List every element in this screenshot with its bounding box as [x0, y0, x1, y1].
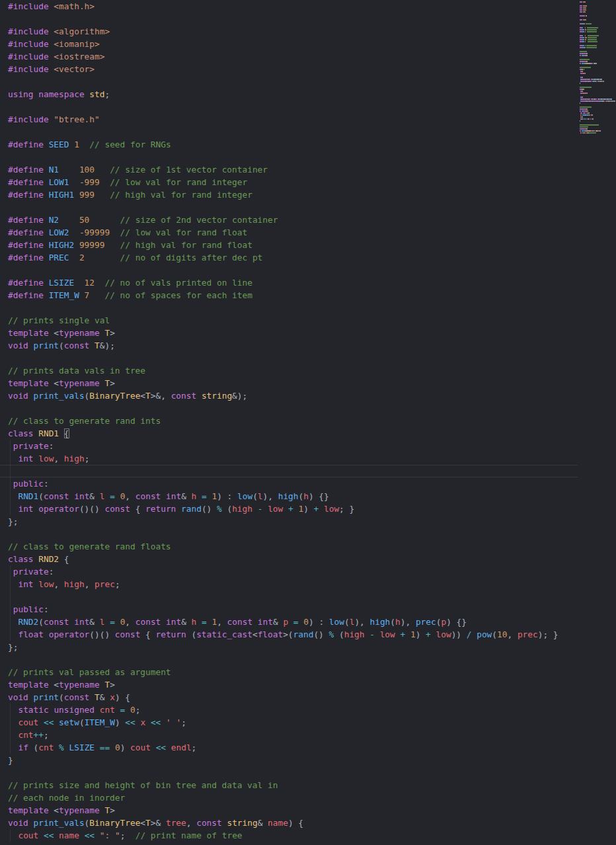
code-token: &); [100, 341, 115, 350]
code-token: static_cast [196, 629, 252, 639]
code-line[interactable] [8, 302, 578, 314]
code-line[interactable]: #define LSIZE 12 // no of vals printed o… [8, 276, 578, 289]
minimap-line [580, 77, 615, 78]
code-line[interactable] [8, 264, 578, 276]
code-line[interactable] [8, 465, 578, 477]
code-line[interactable] [8, 101, 578, 113]
code-token: const [44, 617, 69, 627]
code-line[interactable]: #define SEED 1 // seed for RNGs [8, 138, 578, 151]
code-line[interactable]: cout << name << ": "; // print name of t… [8, 829, 578, 842]
code-line[interactable]: #define HIGH2 99999 // high val for rand… [8, 239, 578, 251]
code-line[interactable]: class RND2 { [8, 553, 578, 565]
code-token [89, 692, 95, 702]
code-line[interactable] [8, 13, 578, 25]
code-line[interactable]: void print_vals(BinaryTree<T>& tree, con… [8, 817, 578, 829]
code-line[interactable] [8, 402, 578, 415]
code-token [79, 830, 85, 840]
code-line[interactable]: cnt++; [8, 729, 578, 741]
code-line[interactable]: template <typename T> [8, 678, 578, 691]
code-token [115, 491, 120, 501]
code-line[interactable]: #define LOW2 -99999 // low val for rand … [8, 226, 578, 239]
code-line[interactable]: private: [8, 440, 578, 452]
minimap-line [580, 35, 615, 36]
code-line[interactable]: template <typename T> [8, 804, 578, 817]
code-line[interactable]: #include <math.h> [8, 0, 578, 13]
code-token [8, 479, 13, 489]
code-lines: #include <math.h>#include <algorithm>#in… [8, 0, 578, 842]
code-line[interactable] [8, 352, 578, 364]
code-token: ( [334, 629, 344, 639]
code-line[interactable]: template <typename T> [8, 327, 578, 339]
code-line[interactable]: #define N2 50 // size of 2nd vector cont… [8, 214, 578, 226]
code-line[interactable]: RND2(const int& l = 0, const int& h = 1,… [8, 616, 578, 628]
code-token: RND2 [38, 554, 59, 564]
code-line[interactable]: int low, high; [8, 452, 578, 465]
code-line[interactable]: private: [8, 565, 578, 578]
code-line[interactable]: using namespace std; [8, 88, 578, 101]
code-line[interactable]: #include <iostream> [8, 50, 578, 63]
code-line[interactable]: } [8, 754, 578, 766]
code-line[interactable]: // class to generate rand floats [8, 540, 578, 553]
code-line[interactable]: cout << setw(ITEM_W) << x << ' '; [8, 716, 578, 729]
code-line[interactable]: #define HIGH1 999 // high val for rand i… [8, 188, 578, 201]
code-token: const [227, 617, 253, 627]
code-line[interactable]: public: [8, 603, 578, 616]
minimap-line [580, 41, 615, 42]
code-line[interactable]: int low, high, prec; [8, 578, 578, 590]
code-token: ; } [339, 504, 354, 514]
code-token [8, 604, 13, 614]
code-line[interactable]: void print_vals(BinaryTree<T>&, const st… [8, 389, 578, 402]
code-line[interactable]: }; [8, 641, 578, 653]
code-token: & [100, 692, 110, 702]
code-token: typename [59, 805, 100, 815]
code-token: endl [171, 743, 192, 752]
code-line[interactable] [8, 126, 578, 138]
code-line[interactable]: // prints single val [8, 314, 578, 327]
code-token: 50 [79, 215, 89, 225]
code-line[interactable]: #include <algorithm> [8, 25, 578, 38]
code-line[interactable]: #define ITEM_W 7 // no of spaces for eac… [8, 289, 578, 302]
code-line[interactable]: #include "btree.h" [8, 113, 578, 126]
code-line[interactable]: #include <iomanip> [8, 38, 578, 50]
code-token: T [95, 341, 100, 350]
code-line[interactable] [8, 201, 578, 214]
code-token [8, 454, 18, 463]
code-token [115, 705, 120, 715]
minimap[interactable] [580, 1, 615, 134]
code-line[interactable] [8, 75, 578, 88]
code-line[interactable]: public: [8, 477, 578, 490]
code-line[interactable]: void print(const T& x) { [8, 691, 578, 704]
code-line[interactable]: template <typename T> [8, 377, 578, 389]
code-line[interactable]: }; [8, 515, 578, 528]
code-line[interactable]: RND1(const int& l = 0, const int& h = 1)… [8, 490, 578, 503]
minimap-line [580, 21, 615, 22]
code-editor[interactable]: #include <math.h>#include <algorithm>#in… [0, 0, 616, 845]
code-line[interactable]: float operator()() const { return (stati… [8, 628, 578, 641]
code-line[interactable]: #define N1 100 // size of 1st vector con… [8, 163, 578, 176]
code-line[interactable]: static unsigned cnt = 0; [8, 704, 578, 716]
code-line[interactable]: if (cnt % LSIZE == 0) cout << endl; [8, 741, 578, 754]
code-line[interactable]: // prints size and height of bin tree an… [8, 779, 578, 791]
code-line[interactable]: // each node in inorder [8, 791, 578, 804]
code-line[interactable]: class RND1 { [8, 427, 578, 440]
code-line[interactable] [8, 766, 578, 779]
code-line[interactable]: // class to generate rand ints [8, 415, 578, 427]
code-line[interactable]: void print(const T&); [8, 339, 578, 352]
code-line[interactable] [8, 151, 578, 163]
code-token: prec [416, 617, 436, 627]
minimap-line [580, 116, 615, 118]
code-token [44, 253, 49, 262]
code-line[interactable]: #include <vector> [8, 63, 578, 75]
code-line[interactable]: // prints val passed as argument [8, 666, 578, 678]
code-token: l [258, 491, 263, 501]
code-line[interactable]: #define LOW1 -999 // low val for rand in… [8, 176, 578, 188]
code-line[interactable]: #define PREC 2 // no of digits after dec… [8, 251, 578, 264]
minimap-line [580, 43, 615, 44]
code-line[interactable] [8, 528, 578, 540]
code-token: cout [18, 830, 38, 840]
code-line[interactable] [8, 590, 578, 603]
code-line[interactable]: // prints data vals in tree [8, 364, 578, 377]
code-line[interactable] [8, 653, 578, 666]
code-token: print_vals [34, 391, 85, 401]
code-line[interactable]: int operator()() const { return rand() %… [8, 503, 578, 515]
